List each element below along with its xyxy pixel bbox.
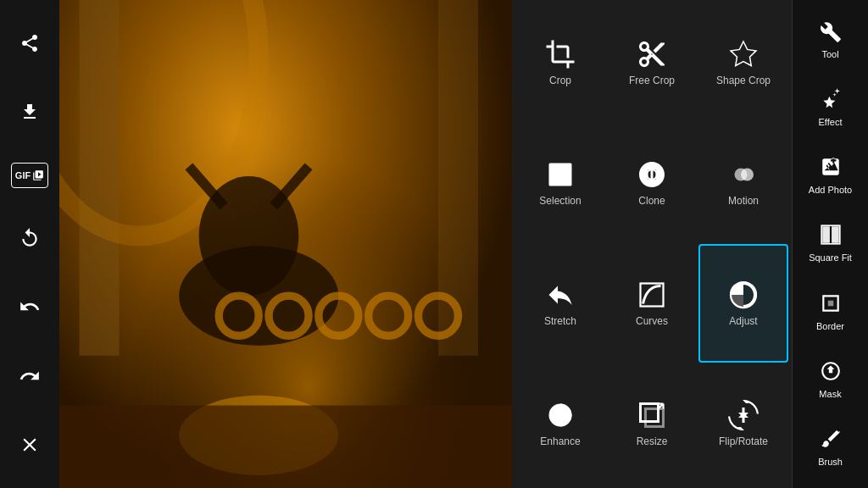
tool-label: Tool [821,50,838,59]
curves-icon [637,280,667,310]
resize-icon [637,400,667,430]
motion-icon [728,159,759,190]
right-sidebar: Tool Effect Add Photo [792,0,868,488]
stretch-label: Stretch [544,315,576,327]
gif-label: GIF [15,170,31,180]
close-button[interactable] [11,426,48,463]
svg-rect-24 [641,403,659,421]
flip-rotate-tool[interactable]: Flip/Rotate [698,364,788,483]
effect-sidebar-btn[interactable]: Effect [815,85,846,130]
left-sidebar: GIF [0,0,59,488]
square-fit-icon [820,224,842,249]
photo-background [59,0,512,488]
shape-crop-tool[interactable]: Shape Crop [698,3,788,122]
rotate-undo-button[interactable] [11,219,48,257]
stretch-tool[interactable]: Stretch [515,244,605,363]
mask-icon [820,360,842,385]
redo-button[interactable] [11,358,48,395]
clone-tool[interactable]: Clone [607,124,697,242]
border-label: Border [816,321,844,331]
enhance-label: Enhance [540,435,580,447]
square-fit-sidebar-btn[interactable]: Square Fit [805,220,855,266]
adjust-icon [728,280,759,310]
shape-crop-label: Shape Crop [716,75,771,86]
mask-label: Mask [819,389,841,399]
gif-button[interactable]: GIF [11,163,48,188]
border-icon [820,292,842,318]
mask-sidebar-btn[interactable]: Mask [815,357,844,402]
tool-icon [820,21,842,47]
svg-point-20 [741,168,754,180]
svg-rect-25 [646,408,664,426]
motion-tool[interactable]: Motion [698,124,788,242]
add-photo-sidebar-btn[interactable]: Add Photo [805,152,855,198]
download-button[interactable] [11,93,48,130]
scissors-icon [637,39,667,69]
star-icon [728,39,759,69]
svg-rect-26 [822,227,830,244]
selection-icon [545,159,576,190]
brush-label: Brush [818,457,843,467]
crop-tool[interactable]: Crop [515,3,605,122]
flip-rotate-label: Flip/Rotate [719,435,768,447]
stretch-icon [545,280,576,310]
svg-rect-4 [438,0,478,356]
motion-label: Motion [728,195,759,207]
free-crop-label: Free Crop [629,75,675,86]
undo-button[interactable] [11,288,48,325]
brush-icon [820,428,842,453]
border-sidebar-btn[interactable]: Border [813,289,848,335]
effect-label: Effect [819,117,843,127]
share-button[interactable] [11,25,48,62]
crop-label: Crop [549,75,571,86]
add-photo-icon [820,156,842,181]
svg-rect-16 [59,406,512,488]
free-crop-tool[interactable]: Free Crop [607,3,697,122]
brush-sidebar-btn[interactable]: Brush [815,424,846,470]
square-fit-label: Square Fit [809,252,852,263]
clone-icon [637,159,667,190]
svg-rect-17 [549,163,572,186]
selection-label: Selection [539,195,581,207]
svg-rect-27 [832,227,839,244]
curves-tool[interactable]: Curves [607,244,697,363]
svg-rect-3 [80,0,120,356]
tool-sidebar-btn[interactable]: Tool [816,18,845,63]
add-photo-label: Add Photo [809,185,852,195]
enhance-tool[interactable]: Enhance [515,364,605,483]
photo-canvas [59,0,512,488]
selection-tool[interactable]: Selection [515,124,605,242]
resize-label: Resize [637,435,668,447]
resize-tool[interactable]: Resize [607,364,697,483]
adjust-tool[interactable]: Adjust [698,244,788,363]
tool-grid: Crop Free Crop Shape Crop Selection [512,0,792,488]
flip-rotate-icon [728,400,759,430]
tool-panel: Crop Free Crop Shape Crop Selection [512,0,868,488]
enhance-icon [545,400,576,430]
crop-icon [545,39,576,69]
clone-label: Clone [638,195,665,207]
curves-label: Curves [636,315,668,327]
adjust-label: Adjust [729,315,757,327]
effect-icon [820,88,842,114]
